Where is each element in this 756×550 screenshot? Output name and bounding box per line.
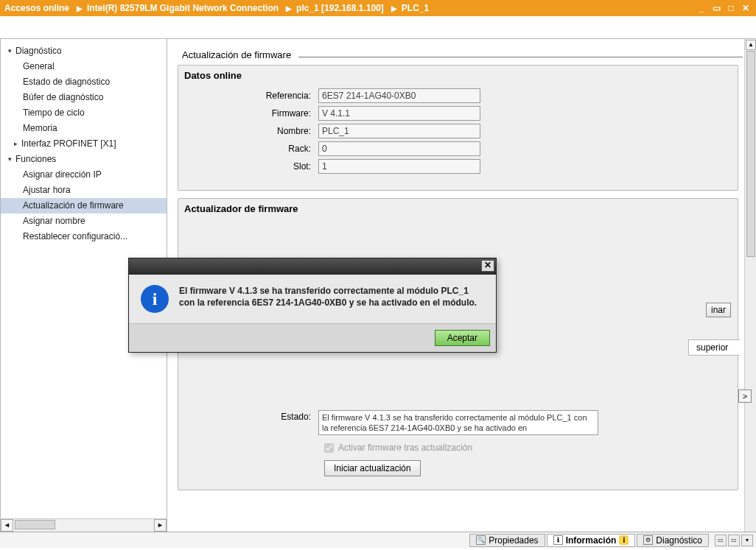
iniciar-actualizacion-button[interactable]: Iniciar actualización [324,460,421,476]
breadcrumb-sep: ▶ [77,4,83,13]
breadcrumb-item[interactable]: Intel(R) 82579LM Gigabit Network Connect… [87,3,279,13]
tree-node-ciclo[interactable]: Tiempo de ciclo [1,105,167,121]
tree-node-actualizacion-firmware[interactable]: Actualización de firmware [1,198,167,214]
panel-title: Datos online [178,66,738,85]
tree-label: Tiempo de ciclo [23,107,85,119]
diagnostic-icon: ⚙ [643,535,653,545]
restore-icon[interactable]: ▭ [710,3,722,13]
window-controls: _ ▭ □ ✕ [696,3,756,13]
divider [298,57,743,57]
row-activar-checkbox: Activar firmware tras actualización [324,443,738,453]
tree-node-diagnostico[interactable]: ▾ Diagnóstico [1,43,167,59]
breadcrumb-item[interactable]: plc_1 [192.168.1.100] [296,3,384,13]
tree-label: Asignar nombre [23,215,85,228]
section-title: Actualización de firmware [182,49,743,60]
tree-node-memoria[interactable]: Memoria [1,121,167,136]
tree-node-estado[interactable]: Estado de diagnóstico [1,74,167,90]
tree-node-bufer[interactable]: Búfer de diagnóstico [1,90,167,105]
row-firmware: Firmware: [178,106,738,121]
scroll-up-button[interactable]: ▲ [746,40,756,50]
breadcrumb-item[interactable]: Accesos online [4,3,69,13]
dialog-titlebar[interactable]: ✕ [129,258,496,275]
label-estado: Estado: [178,410,318,422]
info-icon: ℹ [553,535,563,545]
properties-icon: 🔍 [476,535,486,545]
tree-label: Memoria [23,122,57,135]
label-referencia: Referencia: [178,91,318,101]
scroll-right-button[interactable]: ► [154,519,167,532]
tree-node-ajustar-hora[interactable]: Ajustar hora [1,183,167,198]
row-rack: Rack: [178,141,738,156]
tree-node-asignar-nombre[interactable]: Asignar nombre [1,214,167,229]
warning-badge-icon: i [619,535,629,545]
tree-label: Actualización de firmware [23,200,124,212]
tool-button[interactable]: ▭ [728,535,740,546]
row-nombre: Nombre: [178,124,738,138]
toolbar-spacer [0,16,756,38]
content-vscrollbar[interactable]: ▲ [744,39,756,532]
tree-label: General [23,60,55,73]
dialog-footer: Aceptar [129,323,496,352]
row-referencia: Referencia: [178,88,738,103]
accept-button[interactable]: Aceptar [435,330,490,346]
row-estado: Estado: El firmware V 4.1.3 se ha transf… [178,410,738,435]
table-header-superior-partial: superior [688,339,740,356]
tool-button[interactable]: ▭ [715,535,727,546]
panel-title: Actualizador de firmware [178,199,738,219]
tree-label: Asignar dirección IP [23,169,102,181]
tree-label: Restablecer configuració... [23,230,127,243]
tree-node-asignar-ip[interactable]: Asignar dirección IP [1,167,167,183]
caret-down-icon[interactable]: ▾ [8,153,15,166]
tree-node-restablecer[interactable]: Restablecer configuració... [1,229,167,244]
info-icon: i [141,285,169,313]
breadcrumb-sep: ▶ [391,4,397,13]
sidebar-hscrollbar[interactable]: ◄ ► [1,518,167,531]
label-nombre: Nombre: [178,126,318,136]
tab-diagnostico[interactable]: ⚙ Diagnóstico [637,534,709,547]
minimize-icon[interactable]: _ [696,3,707,13]
dialog-close-button[interactable]: ✕ [481,260,494,272]
tab-label: Información [566,535,617,546]
examinar-button-partial[interactable]: inar [706,303,731,317]
checkbox-activar-firmware[interactable] [324,443,334,453]
input-firmware[interactable] [318,106,480,121]
caret-down-icon[interactable]: ▾ [8,45,15,57]
tab-informacion[interactable]: ℹ Información i [547,534,636,547]
breadcrumb-item[interactable]: PLC_1 [402,3,429,13]
tab-propiedades[interactable]: 🔍 Propiedades [469,534,545,547]
dialog-message: El firmware V 4.1.3 se ha transferido co… [179,285,484,313]
tab-label: Propiedades [489,535,538,546]
input-nombre[interactable] [318,124,480,138]
input-slot[interactable] [318,159,480,174]
tree-label: Búfer de diagnóstico [23,91,103,104]
scroll-thumb[interactable] [15,520,55,529]
label-rack: Rack: [178,144,318,154]
section-title-text: Actualización de firmware [182,49,291,60]
input-rack[interactable] [318,141,480,156]
status-bar: 🔍 Propiedades ℹ Información i ⚙ Diagnóst… [0,532,756,548]
caret-right-icon[interactable]: ▸ [14,138,21,150]
tree-node-general[interactable]: General [1,59,167,74]
window-titlebar: Accesos online ▶ Intel(R) 82579LM Gigabi… [0,0,756,16]
scroll-thumb[interactable] [746,51,755,257]
tree-node-funciones[interactable]: ▾ Funciones [1,152,167,167]
tree-node-profinet[interactable]: ▸ Interfaz PROFINET [X1] [1,136,167,152]
input-referencia[interactable] [318,88,480,103]
tab-label: Diagnóstico [656,535,702,546]
scroll-right-button[interactable]: > [738,389,752,403]
close-icon[interactable]: ✕ [740,3,752,13]
scroll-track[interactable] [13,519,154,532]
label-firmware: Firmware: [178,108,318,119]
tree-label: Estado de diagnóstico [23,76,110,88]
status-textbox: El firmware V 4.1.3 se ha transferido co… [318,410,598,435]
panel-datos-online: Datos online Referencia: Firmware: Nombr… [178,65,738,191]
dialog-body: i El firmware V 4.1.3 se ha transferido … [129,275,496,323]
scroll-left-button[interactable]: ◄ [1,519,13,532]
tree-label: Interfaz PROFINET [X1] [21,138,116,150]
tree-label: Ajustar hora [23,184,71,197]
breadcrumb-sep: ▶ [286,4,292,13]
label-slot: Slot: [178,161,318,172]
tree-label: Diagnóstico [15,45,62,57]
maximize-icon[interactable]: □ [725,3,737,13]
dropdown-icon[interactable]: ▾ [741,535,753,546]
